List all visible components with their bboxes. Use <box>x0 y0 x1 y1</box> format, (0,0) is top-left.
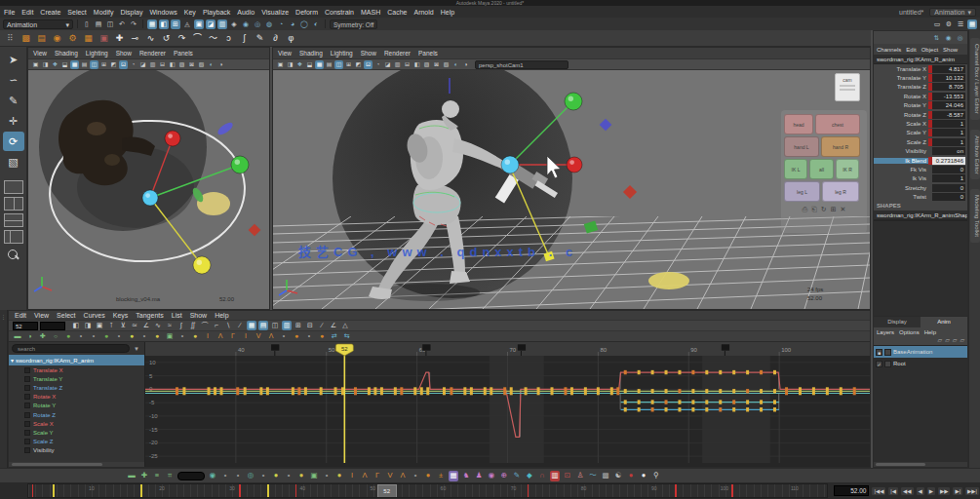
viewport-top[interactable]: ViewShadingLightingShowRendererPanels ▣◨… <box>27 47 270 310</box>
viewport-toolbar-icon[interactable]: ▦ <box>70 60 79 69</box>
anim-tool-icon[interactable]: ● <box>271 471 281 481</box>
channel-row[interactable]: Twist 0 <box>874 192 967 201</box>
zoom-tool-icon[interactable] <box>8 250 20 261</box>
playback-button[interactable]: ▶ <box>926 486 936 496</box>
stat-value-field[interactable] <box>40 322 65 330</box>
anim-tool-icon[interactable]: ♟ <box>474 471 484 481</box>
panel-menu-item[interactable]: Renderer <box>384 50 411 57</box>
graph-toolbar-icon[interactable]: ◧ <box>71 321 81 330</box>
playback-button[interactable]: ▶▶ <box>937 486 951 496</box>
shelf-icon[interactable]: ⠿ <box>4 32 17 45</box>
side-tab[interactable]: Attribute Editor <box>970 130 980 180</box>
anim-tool-icon[interactable]: ≡ <box>152 471 162 481</box>
menu-item[interactable]: Select <box>67 9 86 16</box>
viewport-toolbar-icon[interactable]: ▦ <box>315 60 324 69</box>
graph-channel-row[interactable]: Translate Z <box>9 383 144 392</box>
shelf-icon[interactable]: ▩ <box>20 32 32 45</box>
viewport-note-card[interactable]: cam <box>835 73 860 101</box>
menu-item[interactable]: File <box>4 9 15 16</box>
picker-button[interactable]: hand L <box>784 136 819 157</box>
anim-tool-icon[interactable]: • <box>233 471 243 481</box>
graph-toolbar-icon[interactable]: ⌒ <box>200 321 210 330</box>
tangent-icon[interactable]: ● <box>63 331 73 341</box>
tangent-icon[interactable]: • <box>177 331 187 341</box>
menu-item[interactable]: Playback <box>203 9 230 16</box>
panel-menu-item[interactable]: Shading <box>55 50 78 57</box>
shelf-icon[interactable]: ▤ <box>35 32 48 45</box>
sidebar-toggle-icon[interactable]: ☰ <box>956 19 965 29</box>
side-tab[interactable]: Modeling Toolkit <box>970 189 980 243</box>
snap-icon[interactable]: ◪ <box>206 19 216 29</box>
selection-mode-dropdown[interactable]: Animation▾ <box>3 19 73 29</box>
tangent-icon[interactable]: ● <box>152 331 162 341</box>
statusbar-icon[interactable]: ▯ <box>82 19 92 29</box>
channel-row[interactable]: Ik Vis 1 <box>874 174 967 183</box>
timeline-keyframe[interactable] <box>528 484 529 498</box>
graph-menu-item[interactable]: Help <box>215 312 228 319</box>
tangent-icon[interactable]: ● <box>190 331 200 341</box>
anim-tool-icon[interactable]: Λ <box>398 471 408 481</box>
viewport-toolbar-icon[interactable]: ◔ <box>129 60 137 69</box>
graph-toolbar-icon[interactable]: ▣ <box>95 321 104 330</box>
snap-icon[interactable]: ◕ <box>288 19 297 29</box>
layout-split-button[interactable] <box>4 230 23 244</box>
picker-button[interactable]: head <box>784 114 813 134</box>
anim-tool-icon[interactable]: ● <box>296 471 306 481</box>
layer-menu-item[interactable]: Options <box>899 329 920 335</box>
tangent-icon[interactable]: ● <box>317 331 327 341</box>
picker-button[interactable]: chest <box>815 114 860 134</box>
viewport-toolbar-icon[interactable]: ▥ <box>148 60 157 69</box>
snap-icon[interactable]: ◯ <box>299 19 309 29</box>
sidebar-toggle-icon[interactable]: ▦ <box>967 19 977 29</box>
tangent-icon[interactable]: ⇄ <box>330 331 339 341</box>
tangent-icon[interactable]: ● <box>127 331 137 341</box>
timeline-keyframe[interactable] <box>295 484 297 498</box>
menu-item[interactable]: Visualize <box>261 9 289 16</box>
filter-icon[interactable]: ▼ <box>132 344 141 354</box>
graph-toolbar-icon[interactable]: ∬ <box>188 321 198 330</box>
panel-menu-item[interactable]: Show <box>361 50 376 57</box>
anim-tool-icon[interactable]: ∩ <box>537 471 547 481</box>
anim-tool-icon[interactable]: ● <box>639 471 648 481</box>
channel-row[interactable]: Translate Y 10.132 <box>874 73 967 82</box>
anim-tool-icon[interactable]: ⌗ <box>165 471 175 481</box>
graph-channel-row[interactable]: Rotate Y <box>9 402 144 410</box>
viewport-toolbar-icon[interactable]: ◨ <box>41 60 50 69</box>
snap-icon[interactable]: ⊞ <box>171 19 180 29</box>
anim-tool-icon[interactable]: ♙ <box>575 471 585 481</box>
viewport-toolbar-icon[interactable]: ▤ <box>80 60 89 69</box>
time-slider[interactable]: 10203040506070809010011052 <box>27 483 828 498</box>
graph-channel-row[interactable]: Visibility <box>9 446 144 455</box>
tangent-icon[interactable]: • <box>114 331 124 341</box>
viewport-toolbar-icon[interactable]: ⊞ <box>99 60 108 69</box>
anim-tool-icon[interactable]: ▥ <box>550 471 560 481</box>
channel-box-option-icon[interactable]: ◎ <box>956 33 964 42</box>
viewport-toolbar-icon[interactable]: ❖ <box>295 60 304 69</box>
anim-tool-icon[interactable]: ⊡ <box>563 471 572 481</box>
snap-icon[interactable]: ◈ <box>229 19 239 29</box>
tangent-icon[interactable]: ▣ <box>165 331 175 341</box>
shelf-icon[interactable]: ▦ <box>82 32 95 45</box>
workspace-selector[interactable]: Animation ▾ <box>929 8 976 17</box>
menu-item[interactable]: Edit <box>21 9 33 16</box>
anim-tool-icon[interactable]: ✚ <box>139 471 149 481</box>
graph-menu-item[interactable]: List <box>172 312 182 319</box>
viewport-toolbar-icon[interactable]: ◑ <box>216 60 225 69</box>
anim-tool-icon[interactable]: ● <box>423 471 433 481</box>
channel-row[interactable]: Translate Z 8.705 <box>874 83 967 92</box>
viewport-toolbar-icon[interactable]: ◫ <box>334 60 343 69</box>
anim-tool-icon[interactable]: ▦ <box>449 471 458 481</box>
viewport-toolbar-icon[interactable]: ⬓ <box>305 60 314 69</box>
anim-tool-icon[interactable]: ± <box>436 471 446 481</box>
playback-button[interactable]: ▶▶| <box>964 486 980 496</box>
graph-toolbar-icon[interactable]: ∫ <box>176 321 186 330</box>
camera-name-field[interactable]: persp_shotCam1 <box>475 60 568 69</box>
menu-item[interactable]: MASH <box>361 9 380 16</box>
channel-value-field[interactable]: 1 <box>932 120 965 128</box>
shelf-icon[interactable]: ✎ <box>254 32 266 45</box>
picker-button[interactable]: leg R <box>822 181 859 202</box>
graph-toolbar-icon[interactable]: ≈ <box>165 321 175 330</box>
anim-tool-icon[interactable]: ● <box>626 471 636 481</box>
graph-outliner-root[interactable]: ▾ swordman_rig:IKArm_R_anim <box>9 355 144 365</box>
picker-button[interactable]: IK L <box>784 159 807 179</box>
